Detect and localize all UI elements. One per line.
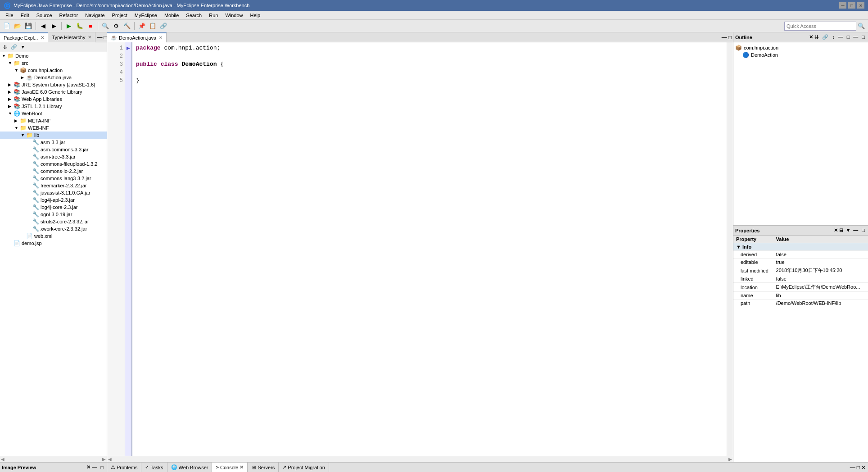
tree-item[interactable]: 🔧ognl-3.0.19.jar [0, 211, 107, 218]
tree-item[interactable]: 🔧log4j-core-2.3.jar [0, 204, 107, 211]
tree-arrow-icon[interactable]: ▼ [14, 68, 20, 73]
tree-arrow-icon[interactable]: ▼ [2, 54, 7, 58]
menu-navigate[interactable]: Navigate [81, 12, 108, 19]
menu-refactor[interactable]: Refactor [56, 12, 82, 19]
scroll-right-icon[interactable]: ▶ [728, 457, 732, 462]
tree-item[interactable]: 🔧struts2-core-2.3.32.jar [0, 218, 107, 225]
tree-item[interactable]: ▼🌐WebRoot [0, 110, 107, 117]
tree-item[interactable]: 📄web.xml [0, 232, 107, 240]
menu-myeclipse[interactable]: MyEclipse [131, 12, 161, 19]
menu-help[interactable]: Help [247, 12, 264, 19]
maximize-editor-button[interactable]: □ [728, 34, 732, 41]
minimize-editor-button[interactable]: — [721, 34, 728, 41]
tree-arrow-icon[interactable]: ▶ [8, 97, 14, 101]
quick-access-search-button[interactable]: 🔍 [856, 21, 866, 31]
tab-package-explorer[interactable]: Package Expl... ✕ [0, 32, 48, 42]
menu-mobile[interactable]: Mobile [161, 12, 182, 19]
tree-item[interactable]: ▼📁lib [0, 132, 107, 139]
tab-console[interactable]: > Console ✕ [212, 463, 248, 472]
tree-item[interactable]: 🔧freemarker-2.3.22.jar [0, 182, 107, 189]
props-filter-btn[interactable]: ▾ [845, 227, 851, 234]
properties-close-button[interactable]: ✕ [834, 227, 838, 233]
tree-item[interactable]: ▼📦com.hnpi.action [0, 67, 107, 74]
tab-type-hierarchy-close[interactable]: ✕ [88, 35, 91, 40]
tree-arrow-icon[interactable]: ▶ [8, 82, 14, 87]
img-maximize-btn[interactable]: □ [99, 464, 105, 471]
tree-item[interactable]: ▶📚JRE System Library [JavaSE-1.6] [0, 81, 107, 88]
new-button[interactable]: 📄 [2, 21, 12, 31]
tree-arrow-icon[interactable]: ▼ [14, 126, 20, 130]
tree-arrow-icon[interactable]: ▶ [8, 104, 14, 109]
tree-item[interactable]: 📄demo.jsp [0, 240, 107, 247]
toolbar-btn-7[interactable]: 📌 [137, 21, 147, 31]
tree-item[interactable]: ▼📁Demo [0, 52, 107, 59]
tree-item[interactable]: ▶☕DemoAction.java [0, 74, 107, 81]
close-button[interactable]: ✕ [857, 2, 864, 9]
tab-project-migration[interactable]: ↗ Project Migration [279, 463, 329, 472]
menu-run[interactable]: Run [205, 12, 222, 19]
tree-item[interactable]: 🔧javassist-3.11.0.GA.jar [0, 189, 107, 196]
tree-item[interactable]: 🔧asm-tree-3.3.jar [0, 153, 107, 160]
debug-button[interactable]: 🐛 [75, 21, 85, 31]
toolbar-btn-9[interactable]: 🔗 [158, 21, 168, 31]
tree-item[interactable]: 🔧log4j-api-2.3.jar [0, 196, 107, 204]
toolbar-btn-6[interactable]: 🔨 [122, 21, 132, 31]
outline-maximize-btn[interactable]: □ [860, 34, 866, 41]
maximize-button[interactable]: □ [848, 2, 855, 9]
editor-tab-demoaction[interactable]: ☕ DemoAction.java ✕ [107, 32, 167, 42]
tab-problems[interactable]: ⚠ Problems [107, 463, 141, 472]
minimize-button[interactable]: ─ [839, 2, 846, 9]
tree-item[interactable]: ▶📚JSTL 1.2.1 Library [0, 103, 107, 110]
tab-type-hierarchy[interactable]: Type Hierarchy ✕ [48, 32, 95, 42]
scroll-left-icon[interactable]: ◀ [108, 457, 112, 462]
toolbar-btn-8[interactable]: 📋 [148, 21, 158, 31]
back-button[interactable]: ◀ [38, 21, 48, 31]
editor-tab-close[interactable]: ✕ [159, 35, 163, 40]
collapse-all-button[interactable]: ⇊ [1, 43, 9, 51]
menu-window[interactable]: Window [222, 12, 246, 19]
open-button[interactable]: 📂 [13, 21, 23, 31]
img-minimize-btn[interactable]: — [90, 464, 98, 471]
props-columns-btn[interactable]: ⊟ [838, 227, 845, 234]
tree-item[interactable]: ▶📁META-INF [0, 117, 107, 124]
console-close-btn[interactable]: ✕ [861, 464, 866, 471]
console-minimize-btn[interactable]: — [850, 464, 856, 471]
props-maximize-btn[interactable]: □ [860, 227, 866, 234]
image-preview-close[interactable]: ✕ [86, 464, 90, 470]
stop-button[interactable]: ■ [86, 21, 95, 31]
tree-item[interactable]: 🔧asm-commons-3.3.jar [0, 146, 107, 153]
tree-arrow-icon[interactable]: ▼ [8, 61, 14, 65]
menu-project[interactable]: Project [108, 12, 131, 19]
tree-item[interactable]: ▶📚JavaEE 6.0 Generic Library [0, 88, 107, 95]
tree-view-menu[interactable]: ▾ [19, 43, 27, 51]
outline-sort-btn[interactable]: ↕ [831, 34, 836, 41]
tree-item[interactable]: 🔧xwork-core-2.3.32.jar [0, 225, 107, 232]
save-button[interactable]: 💾 [23, 21, 33, 31]
tree-item[interactable]: ▶📚Web App Libraries [0, 95, 107, 103]
scroll-arrow-left[interactable]: ◀ [1, 457, 5, 462]
left-panel-scrollbar[interactable]: ◀ ▶ [0, 456, 107, 462]
outline-hide-static-btn[interactable]: □ [845, 34, 851, 41]
tree-item[interactable]: ▼📁WEB-INF [0, 124, 107, 132]
console-maximize-btn[interactable]: □ [856, 464, 860, 471]
outline-hide-fields-btn[interactable]: — [837, 34, 845, 41]
toolbar-btn-4[interactable]: 🔍 [100, 21, 110, 31]
link-editor-button[interactable]: 🔗 [10, 43, 18, 51]
menu-file[interactable]: File [2, 12, 17, 19]
menu-edit[interactable]: Edit [17, 12, 33, 19]
outline-link-btn[interactable]: 🔗 [821, 34, 830, 41]
tree-arrow-icon[interactable]: ▼ [21, 133, 26, 137]
toolbar-btn-5[interactable]: ⚙ [111, 21, 121, 31]
tree-item[interactable]: 🔧commons-io-2.2.jar [0, 168, 107, 175]
outline-minimize-btn[interactable]: — [852, 34, 859, 41]
tree-item[interactable]: ▼📁src [0, 59, 107, 67]
console-tab-close[interactable]: ✕ [240, 464, 244, 470]
outline-item-class[interactable]: 🔵 DemoAction [735, 51, 866, 59]
tab-package-explorer-close[interactable]: ✕ [41, 35, 44, 40]
code-editor[interactable]: package com.hnpi.action; public class De… [132, 42, 727, 456]
menu-search[interactable]: Search [182, 12, 205, 19]
outline-collapse-btn[interactable]: ⇊ [813, 34, 820, 41]
quick-access-input[interactable] [784, 22, 856, 31]
tree-item[interactable]: 🔧commons-fileupload-1.3.2 [0, 160, 107, 168]
run-button[interactable]: ▶ [64, 21, 74, 31]
